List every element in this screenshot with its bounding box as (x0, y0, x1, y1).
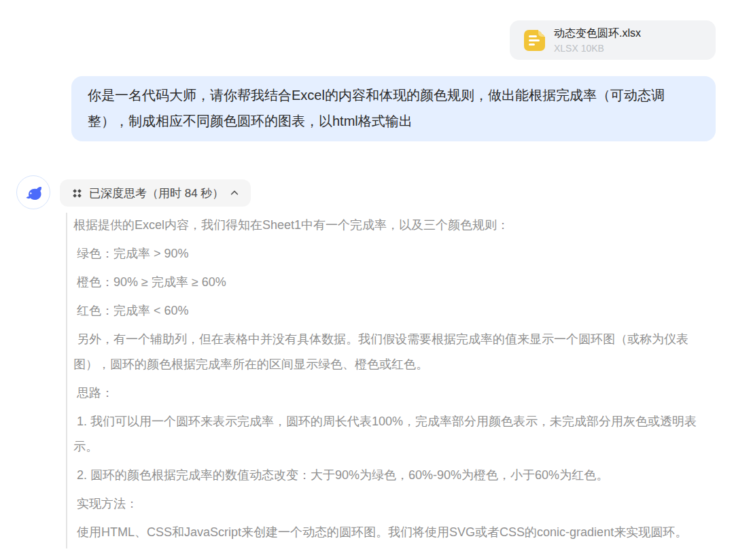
folded-corner (538, 30, 545, 37)
thinking-paragraph: 红色：完成率 < 60% (73, 298, 699, 323)
thinking-content: 根据提供的Excel内容，我们得知在Sheet1中有一个完成率，以及三个颜色规则… (66, 213, 699, 548)
thinking-paragraph: 思路： (73, 381, 699, 406)
assistant-avatar (16, 175, 50, 209)
attachment-meta: XLSX 10KB (554, 42, 641, 54)
thinking-paragraph: 实现方法： (73, 491, 699, 517)
attachment-card[interactable]: 动态变色圆环.xlsx XLSX 10KB (510, 20, 716, 60)
attachment-filename: 动态变色圆环.xlsx (554, 27, 641, 40)
thinking-paragraph: 1. 我们可以用一个圆环来表示完成率，圆环的周长代表100%，完成率部分用颜色表… (73, 409, 699, 459)
thinking-paragraph: 另外，有一个辅助列，但在表格中并没有具体数据。我们假设需要根据完成率的值来显示一… (73, 327, 699, 377)
chat-screen: 动态变色圆环.xlsx XLSX 10KB 你是一名代码大师，请你帮我结合Exc… (0, 0, 734, 560)
attachment-info: 动态变色圆环.xlsx XLSX 10KB (554, 27, 641, 54)
user-message-bubble: 你是一名代码大师，请你帮我结合Excel的内容和体现的颜色规则，做出能根据完成率… (71, 76, 716, 141)
deepthink-icon (71, 188, 83, 199)
deep-think-toggle[interactable]: 已深度思考（用时 84 秒） (60, 179, 251, 207)
deepseek-whale-icon (23, 182, 43, 203)
thinking-paragraph: 2. 圆环的颜色根据完成率的数值动态改变：大于90%为绿色，60%-90%为橙色… (73, 463, 699, 488)
user-message-text: 你是一名代码大师，请你帮我结合Excel的内容和体现的颜色规则，做出能根据完成率… (88, 88, 665, 128)
chevron-up-icon (230, 188, 239, 198)
deep-think-label: 已深度思考（用时 84 秒） (89, 186, 224, 201)
thinking-paragraph: 根据提供的Excel内容，我们得知在Sheet1中有一个完成率，以及三个颜色规则… (73, 213, 699, 238)
thinking-paragraph: 使用HTML、CSS和JavaScript来创建一个动态的圆环图。我们将使用SV… (73, 520, 699, 545)
thinking-paragraph: 橙色：90% ≥ 完成率 ≥ 60% (73, 270, 699, 295)
xlsx-file-icon (524, 30, 545, 51)
thinking-paragraph: 绿色：完成率 > 90% (73, 241, 699, 266)
